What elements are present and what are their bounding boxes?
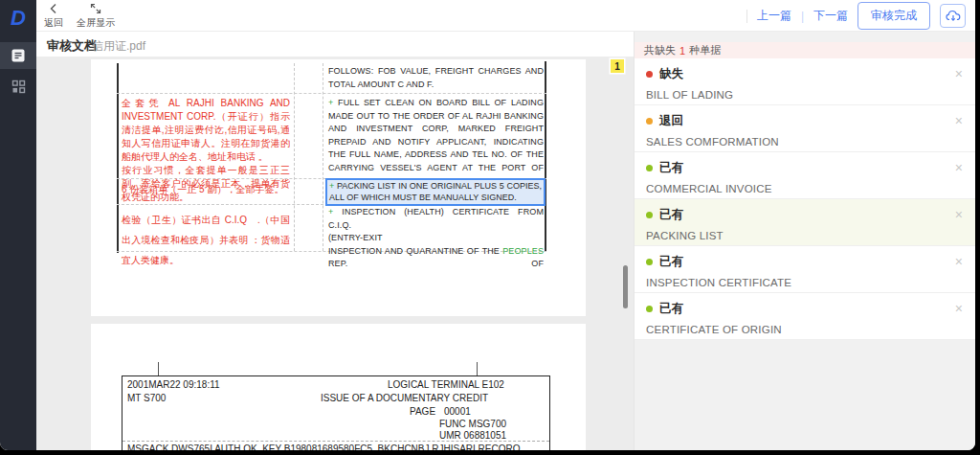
annotation-red-text: 6 份装箱单（一正 5 副），全部手签。 [122,183,290,196]
table-divider-dashed [323,63,323,251]
fullscreen-label: 全屏显示 [77,16,115,30]
highlighted-packing-list-clause[interactable]: + PACKING LIST IN ONE ORIGINAL PLUS 5 CO… [325,178,546,206]
close-icon[interactable]: × [955,208,963,221]
back-button[interactable]: 返回 [44,3,63,30]
doc-status-item-commercial-invoice[interactable]: 已有 COMMERCIAL INVOICE × [635,152,975,199]
cloud-download-icon [946,10,961,22]
swift-timestamp: 2001MAR22 09:18:11 [127,379,220,390]
doc-status-item-packing-list[interactable]: 已有 PACKING LIST × [635,199,975,246]
document-viewer[interactable]: 全套凭 AL RAJHI BANKING AND INVESTMENT CORP… [36,57,634,450]
review-complete-button[interactable]: 审核完成 [858,2,930,30]
missing-summary-bar: 共缺失 1 种单据 [635,42,975,58]
table-border-right [545,61,546,251]
pdf-page-2: 2001MAR22 09:18:11 LOGICAL TERMINAL E102… [91,324,586,450]
peoples-green-text: PEOPLES [502,246,544,256]
column-tick [158,362,159,375]
nav-separator: | [801,10,804,23]
document-header: 审核文档 信用证.pdf [36,32,634,57]
grid-apps-icon [11,80,26,94]
status-dot-present [646,259,653,265]
prev-doc-link[interactable]: 上一篇 [757,8,791,24]
swift-terminal: LOGICAL TERMINAL E102 [388,379,504,390]
table-border-left [117,63,119,253]
status-dot-returned [646,118,653,125]
top-toolbar: 返回 全屏显示 上一篇 | 下一篇 审核完成 [36,0,975,32]
app-logo: D [0,6,36,31]
sidebar-item-documents[interactable] [0,42,36,69]
doc-status-item-bill-of-lading[interactable]: 缺失 BILL OF LADING × [635,58,975,105]
swift-func: FUNC MSG700 [439,419,506,429]
column-tick [477,362,478,375]
chevron-left-icon [48,3,59,14]
dashed-divider [122,441,549,442]
download-button[interactable] [940,4,966,28]
document-scrollbar-thumb[interactable] [623,265,628,308]
page-title: 审核文档 [47,37,97,55]
doc-status-item-inspection-certificate[interactable]: 已有 INSPECTION CERTIFICATE × [635,246,975,293]
close-icon[interactable]: × [955,255,963,268]
table-row-divider [117,93,546,94]
next-doc-link[interactable]: 下一篇 [813,8,848,24]
status-dot-present [646,212,653,218]
fullscreen-button[interactable]: 全屏显示 [77,3,115,30]
review-result-panel: 共缺失 1 种单据 缺失 BILL OF LADING × 退回 SALES C… [634,32,975,450]
doc-status-item-sales-comformation[interactable]: 退回 SALES COMFORMATION × [635,105,975,152]
pdf-page-1: 全套凭 AL RAJHI BANKING AND INVESTMENT CORP… [91,59,586,316]
sidebar-item-apps[interactable] [0,73,36,100]
status-dot-present [646,306,653,312]
status-dot-missing [646,71,653,78]
toolbar-divider [746,10,747,23]
document-filename: 信用证.pdf [92,38,145,55]
close-icon[interactable]: × [955,114,963,127]
close-icon[interactable]: × [955,302,963,315]
table-row-divider [117,204,323,205]
app-window: D [0,0,975,450]
close-icon[interactable]: × [955,67,963,80]
annotation-red-text: 检验（卫生）证书出自 C.I.Q .（中国出入境检查和检疫局）并表明 ：货物适宜… [122,210,290,270]
credit-text-follows: FOLLOWS: FOB VALUE, FREIGHT CHARGES AND … [328,65,544,91]
swift-mt: MT S700 [127,393,166,403]
swift-umr: UMR 06881051 [439,430,506,441]
missing-count: 1 [679,45,685,57]
swift-message-block: 2001MAR22 09:18:11 LOGICAL TERMINAL E102… [122,375,550,450]
swift-page-label: PAGE [410,406,435,417]
annotation-number-badge[interactable]: 1 [611,59,624,73]
back-label: 返回 [44,16,63,30]
close-icon[interactable]: × [955,161,963,174]
sidebar: D [0,0,36,450]
status-dot-present [646,165,653,171]
credit-text-bill-of-lading: + FULL SET CLEAN ON BOARD BILL OF LADING… [328,97,544,188]
credit-text-inspection: + INSPECTION (HEALTH) CERTIFICATE FROM C… [328,206,544,271]
swift-page-value: 00001 [444,406,471,417]
doc-status-item-certificate-of-origin[interactable]: 已有 CERTIFICATE OF ORIGIN × [635,293,975,340]
swift-msgack: MSGACK DWS765I AUTH OK, KEY B19808168958… [127,444,521,450]
table-divider-dashed [294,63,295,251]
swift-title: ISSUE OF A DOCUMENTARY CREDIT [321,393,488,403]
fullscreen-expand-icon [90,3,101,14]
document-review-icon [11,48,26,63]
